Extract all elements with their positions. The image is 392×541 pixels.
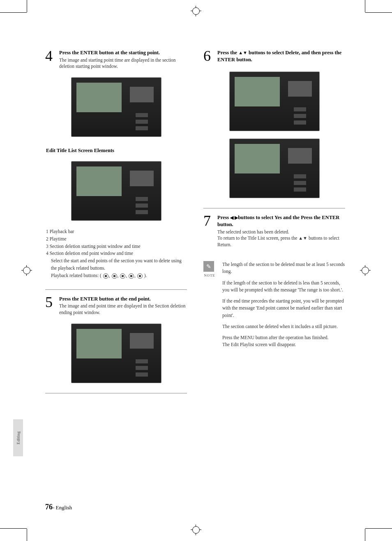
step-title: Press the ENTER button at the end point. [59, 296, 187, 303]
playback-icon [129, 273, 134, 279]
step-body-text: The image and starting point time are di… [59, 57, 187, 70]
legend-item: 2 Playtime [46, 236, 187, 243]
page-number: 76 [45, 503, 53, 511]
step-5: 5 Press the ENTER button at the end poin… [45, 296, 187, 316]
step-number: 7 [203, 214, 213, 248]
section-tab: Editing [13, 419, 23, 456]
footer-language: English [56, 504, 72, 511]
crop-mark [0, 12, 27, 13]
crop-mark [365, 529, 365, 541]
legend-subtext: Playback related buttons: ( , , , , ). [51, 272, 187, 280]
text: Press [217, 215, 230, 220]
step-body-text: The image and end point time are display… [59, 303, 187, 316]
step-title: Press ◀ ▶buttons to select Yes and the P… [217, 214, 345, 228]
text: Press the MENU button after the operatio… [222, 335, 328, 340]
note-label: NOTE [203, 273, 216, 277]
divider [45, 289, 187, 290]
text: Press the [217, 50, 238, 55]
legend-item: 3 Section deletion starting point window… [46, 243, 187, 250]
note-text: If the end time precedes the starting po… [222, 298, 345, 319]
text: Playback related buttons: ( [51, 273, 101, 278]
footer-separator: - [53, 504, 56, 511]
playback-icon [120, 273, 125, 279]
crop-mark [27, 529, 27, 541]
text: ). [144, 273, 147, 278]
step-number: 5 [45, 296, 55, 316]
step-number: 6 [203, 49, 213, 64]
step-4: 4 Press the ENTER button at the starting… [45, 49, 187, 70]
registration-mark [191, 525, 201, 535]
ui-screenshot-placeholder [229, 72, 320, 131]
crop-mark [0, 528, 27, 529]
ui-screenshot-placeholder [71, 77, 161, 137]
playback-icon [137, 273, 143, 279]
step-number: 4 [45, 49, 55, 70]
step-body-text: To return to the Title List screen, pres… [217, 235, 345, 248]
crop-mark [365, 0, 365, 12]
note-block: ✎ NOTE The length of the section to be d… [203, 261, 345, 353]
legend-list: 1 Playback bar 2 Playtime 3 Section dele… [46, 228, 187, 280]
note-text: If the length of the section to be delet… [222, 280, 345, 294]
step-body-text: The selected section has been deleted. [217, 229, 345, 236]
note-text: Press the MENU button after the operatio… [222, 334, 345, 349]
note-text: The section cannot be deleted when it in… [222, 323, 345, 330]
divider [45, 393, 187, 393]
ui-screenshot-placeholder [229, 139, 320, 198]
step-6: 6 Press the ▲▼ buttons to select Delete,… [203, 49, 345, 64]
page-content: 4 Press the ENTER button at the starting… [45, 49, 345, 399]
ui-screenshot-placeholder [71, 324, 161, 383]
divider [203, 208, 345, 208]
step-title: Press the ENTER button at the starting p… [59, 49, 187, 56]
up-down-arrows-icon: ▲▼ [238, 50, 247, 55]
text: To return to the Title List screen, pres… [217, 236, 298, 240]
legend-subtext: Select the start and end points of the s… [51, 257, 187, 272]
registration-mark [360, 265, 371, 276]
left-right-arrows-icon: ◀ ▶ [230, 215, 238, 220]
playback-icon [103, 273, 108, 279]
crop-mark [365, 528, 392, 529]
section-heading: Edit Title List Screen Elements [46, 148, 187, 154]
left-column: 4 Press the ENTER button at the starting… [45, 49, 187, 399]
playback-icon [112, 273, 117, 279]
note-icon: ✎ [203, 261, 214, 272]
registration-mark [191, 6, 201, 16]
text: The Edit Playlist screen will disappear. [222, 342, 296, 347]
registration-mark [21, 265, 32, 276]
ui-screenshot-placeholder [71, 161, 161, 221]
page-footer: 76- English [45, 503, 72, 511]
up-down-arrows-icon: ▲▼ [298, 236, 307, 240]
crop-mark [365, 12, 392, 13]
crop-mark [27, 0, 27, 12]
legend-item: 1 Playback bar [46, 228, 187, 236]
legend-item: 4 Section deletion end point window and … [46, 250, 187, 257]
step-title: Press the ▲▼ buttons to select Delete, a… [217, 49, 345, 63]
note-text: The length of the section to be deleted … [222, 261, 345, 275]
right-column: 6 Press the ▲▼ buttons to select Delete,… [203, 49, 345, 399]
step-7: 7 Press ◀ ▶buttons to select Yes and the… [203, 214, 345, 248]
